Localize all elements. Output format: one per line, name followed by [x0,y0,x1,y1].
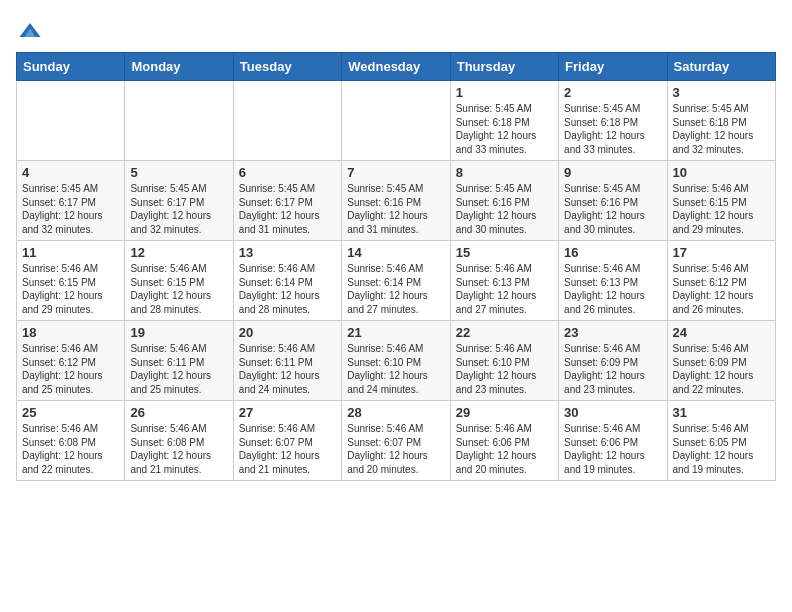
calendar-cell: 4Sunrise: 5:45 AM Sunset: 6:17 PM Daylig… [17,161,125,241]
day-number: 24 [673,325,770,340]
calendar-cell: 17Sunrise: 5:46 AM Sunset: 6:12 PM Dayli… [667,241,775,321]
day-number: 19 [130,325,227,340]
day-header-wednesday: Wednesday [342,53,450,81]
calendar-cell: 26Sunrise: 5:46 AM Sunset: 6:08 PM Dayli… [125,401,233,481]
day-number: 5 [130,165,227,180]
day-number: 12 [130,245,227,260]
cell-content: Sunrise: 5:46 AM Sunset: 6:07 PM Dayligh… [239,422,336,476]
calendar-cell: 24Sunrise: 5:46 AM Sunset: 6:09 PM Dayli… [667,321,775,401]
cell-content: Sunrise: 5:45 AM Sunset: 6:16 PM Dayligh… [456,182,553,236]
week-row-4: 18Sunrise: 5:46 AM Sunset: 6:12 PM Dayli… [17,321,776,401]
calendar-table: SundayMondayTuesdayWednesdayThursdayFrid… [16,52,776,481]
day-number: 22 [456,325,553,340]
day-number: 18 [22,325,119,340]
calendar-cell: 9Sunrise: 5:45 AM Sunset: 6:16 PM Daylig… [559,161,667,241]
day-number: 8 [456,165,553,180]
day-header-tuesday: Tuesday [233,53,341,81]
cell-content: Sunrise: 5:46 AM Sunset: 6:12 PM Dayligh… [673,262,770,316]
day-number: 14 [347,245,444,260]
day-number: 17 [673,245,770,260]
day-number: 3 [673,85,770,100]
day-header-monday: Monday [125,53,233,81]
day-number: 13 [239,245,336,260]
cell-content: Sunrise: 5:46 AM Sunset: 6:09 PM Dayligh… [673,342,770,396]
calendar-cell: 25Sunrise: 5:46 AM Sunset: 6:08 PM Dayli… [17,401,125,481]
logo-icon [16,16,44,44]
calendar-cell: 16Sunrise: 5:46 AM Sunset: 6:13 PM Dayli… [559,241,667,321]
cell-content: Sunrise: 5:46 AM Sunset: 6:08 PM Dayligh… [22,422,119,476]
calendar-cell [125,81,233,161]
calendar-cell: 31Sunrise: 5:46 AM Sunset: 6:05 PM Dayli… [667,401,775,481]
calendar-cell: 1Sunrise: 5:45 AM Sunset: 6:18 PM Daylig… [450,81,558,161]
day-number: 1 [456,85,553,100]
cell-content: Sunrise: 5:46 AM Sunset: 6:10 PM Dayligh… [347,342,444,396]
day-header-thursday: Thursday [450,53,558,81]
cell-content: Sunrise: 5:45 AM Sunset: 6:18 PM Dayligh… [673,102,770,156]
page-header [16,16,776,44]
calendar-cell: 2Sunrise: 5:45 AM Sunset: 6:18 PM Daylig… [559,81,667,161]
calendar-cell: 11Sunrise: 5:46 AM Sunset: 6:15 PM Dayli… [17,241,125,321]
cell-content: Sunrise: 5:46 AM Sunset: 6:14 PM Dayligh… [347,262,444,316]
day-number: 27 [239,405,336,420]
day-number: 16 [564,245,661,260]
calendar-cell: 10Sunrise: 5:46 AM Sunset: 6:15 PM Dayli… [667,161,775,241]
cell-content: Sunrise: 5:46 AM Sunset: 6:06 PM Dayligh… [564,422,661,476]
calendar-cell: 28Sunrise: 5:46 AM Sunset: 6:07 PM Dayli… [342,401,450,481]
cell-content: Sunrise: 5:45 AM Sunset: 6:16 PM Dayligh… [347,182,444,236]
calendar-cell: 21Sunrise: 5:46 AM Sunset: 6:10 PM Dayli… [342,321,450,401]
calendar-cell: 3Sunrise: 5:45 AM Sunset: 6:18 PM Daylig… [667,81,775,161]
week-row-3: 11Sunrise: 5:46 AM Sunset: 6:15 PM Dayli… [17,241,776,321]
cell-content: Sunrise: 5:46 AM Sunset: 6:15 PM Dayligh… [673,182,770,236]
week-row-1: 1Sunrise: 5:45 AM Sunset: 6:18 PM Daylig… [17,81,776,161]
header-row: SundayMondayTuesdayWednesdayThursdayFrid… [17,53,776,81]
cell-content: Sunrise: 5:46 AM Sunset: 6:14 PM Dayligh… [239,262,336,316]
day-number: 30 [564,405,661,420]
day-number: 26 [130,405,227,420]
day-number: 9 [564,165,661,180]
day-number: 20 [239,325,336,340]
cell-content: Sunrise: 5:46 AM Sunset: 6:08 PM Dayligh… [130,422,227,476]
cell-content: Sunrise: 5:45 AM Sunset: 6:18 PM Dayligh… [564,102,661,156]
day-number: 2 [564,85,661,100]
cell-content: Sunrise: 5:46 AM Sunset: 6:15 PM Dayligh… [22,262,119,316]
calendar-cell: 22Sunrise: 5:46 AM Sunset: 6:10 PM Dayli… [450,321,558,401]
calendar-cell: 30Sunrise: 5:46 AM Sunset: 6:06 PM Dayli… [559,401,667,481]
cell-content: Sunrise: 5:45 AM Sunset: 6:17 PM Dayligh… [22,182,119,236]
day-number: 6 [239,165,336,180]
calendar-body: 1Sunrise: 5:45 AM Sunset: 6:18 PM Daylig… [17,81,776,481]
cell-content: Sunrise: 5:45 AM Sunset: 6:17 PM Dayligh… [239,182,336,236]
cell-content: Sunrise: 5:46 AM Sunset: 6:10 PM Dayligh… [456,342,553,396]
day-number: 7 [347,165,444,180]
cell-content: Sunrise: 5:46 AM Sunset: 6:12 PM Dayligh… [22,342,119,396]
calendar-cell: 19Sunrise: 5:46 AM Sunset: 6:11 PM Dayli… [125,321,233,401]
cell-content: Sunrise: 5:46 AM Sunset: 6:06 PM Dayligh… [456,422,553,476]
cell-content: Sunrise: 5:45 AM Sunset: 6:17 PM Dayligh… [130,182,227,236]
cell-content: Sunrise: 5:46 AM Sunset: 6:09 PM Dayligh… [564,342,661,396]
day-number: 4 [22,165,119,180]
day-number: 29 [456,405,553,420]
calendar-cell: 18Sunrise: 5:46 AM Sunset: 6:12 PM Dayli… [17,321,125,401]
day-number: 25 [22,405,119,420]
calendar-cell: 5Sunrise: 5:45 AM Sunset: 6:17 PM Daylig… [125,161,233,241]
calendar-cell: 27Sunrise: 5:46 AM Sunset: 6:07 PM Dayli… [233,401,341,481]
calendar-cell: 15Sunrise: 5:46 AM Sunset: 6:13 PM Dayli… [450,241,558,321]
day-number: 10 [673,165,770,180]
cell-content: Sunrise: 5:46 AM Sunset: 6:11 PM Dayligh… [239,342,336,396]
week-row-2: 4Sunrise: 5:45 AM Sunset: 6:17 PM Daylig… [17,161,776,241]
calendar-cell: 6Sunrise: 5:45 AM Sunset: 6:17 PM Daylig… [233,161,341,241]
cell-content: Sunrise: 5:46 AM Sunset: 6:11 PM Dayligh… [130,342,227,396]
calendar-cell: 14Sunrise: 5:46 AM Sunset: 6:14 PM Dayli… [342,241,450,321]
day-number: 23 [564,325,661,340]
cell-content: Sunrise: 5:45 AM Sunset: 6:18 PM Dayligh… [456,102,553,156]
calendar-cell: 12Sunrise: 5:46 AM Sunset: 6:15 PM Dayli… [125,241,233,321]
calendar-cell: 7Sunrise: 5:45 AM Sunset: 6:16 PM Daylig… [342,161,450,241]
day-header-saturday: Saturday [667,53,775,81]
cell-content: Sunrise: 5:46 AM Sunset: 6:15 PM Dayligh… [130,262,227,316]
logo [16,16,50,44]
day-number: 15 [456,245,553,260]
calendar-cell: 8Sunrise: 5:45 AM Sunset: 6:16 PM Daylig… [450,161,558,241]
day-header-sunday: Sunday [17,53,125,81]
calendar-cell [17,81,125,161]
week-row-5: 25Sunrise: 5:46 AM Sunset: 6:08 PM Dayli… [17,401,776,481]
day-number: 11 [22,245,119,260]
